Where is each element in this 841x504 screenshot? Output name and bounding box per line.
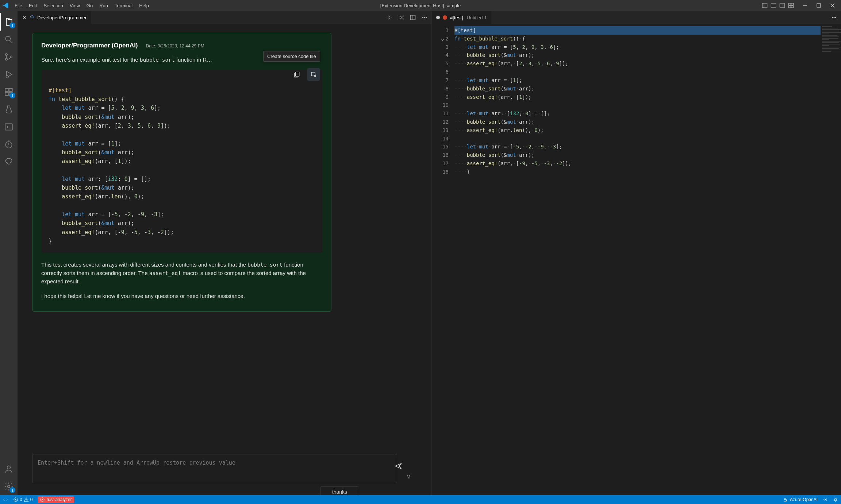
titlebar: FileEditSelectionViewGoRunTerminalHelp [… bbox=[0, 0, 841, 11]
tab-developer-programmer[interactable]: Developer/Programmer bbox=[18, 11, 91, 24]
panel-right-icon[interactable] bbox=[779, 2, 786, 9]
settings-badge: 1 bbox=[9, 487, 15, 493]
rust-analyzer-chip[interactable]: rust-analyzer bbox=[38, 496, 74, 503]
menu-go[interactable]: Go bbox=[84, 2, 96, 9]
code-editor[interactable]: #[test] fn·test_bubble_sort()·{ ····let·… bbox=[454, 24, 821, 495]
broadcast-icon[interactable] bbox=[823, 497, 828, 502]
left-tabs: Developer/Programmer bbox=[18, 11, 431, 24]
svg-rect-11 bbox=[817, 4, 821, 7]
activity-settings[interactable]: 1 bbox=[0, 478, 18, 495]
window-title: [Extension Development Host] sample bbox=[380, 3, 461, 8]
svg-point-28 bbox=[8, 485, 10, 488]
svg-point-42 bbox=[835, 17, 836, 18]
play-icon[interactable] bbox=[386, 14, 393, 21]
activitybar: 1 1 1 bbox=[0, 11, 18, 495]
svg-point-16 bbox=[5, 54, 7, 55]
editor-area[interactable]: 1⌄23456789101112131415161718 #[test] fn·… bbox=[432, 24, 841, 495]
split-editor-icon[interactable] bbox=[410, 14, 416, 21]
svg-rect-6 bbox=[788, 3, 791, 5]
chat-message: Developer/Programmer (OpenAI) Date: 3/26… bbox=[32, 33, 331, 312]
status-problems[interactable]: 0 0 bbox=[13, 497, 32, 502]
warning-icon bbox=[24, 497, 29, 502]
menu-view[interactable]: View bbox=[67, 2, 83, 9]
remote-icon[interactable] bbox=[3, 497, 8, 502]
vscode-logo-icon bbox=[2, 2, 9, 9]
shuffle-icon[interactable] bbox=[398, 14, 404, 21]
extensions-badge: 1 bbox=[9, 93, 15, 98]
maximize-icon[interactable] bbox=[816, 3, 821, 8]
tooltip-create-source: Create source code file bbox=[263, 51, 320, 62]
activity-openai[interactable] bbox=[0, 153, 18, 171]
x-circle-icon bbox=[40, 497, 45, 502]
menu-file[interactable]: File bbox=[12, 2, 25, 9]
svg-point-40 bbox=[832, 17, 833, 18]
chat-date: Date: 3/26/2023, 12:44:29 PM bbox=[146, 43, 204, 49]
activity-run[interactable] bbox=[0, 66, 18, 83]
more-icon[interactable] bbox=[831, 14, 837, 21]
create-file-button[interactable] bbox=[307, 68, 320, 81]
svg-rect-23 bbox=[5, 92, 8, 96]
menu-edit[interactable]: Edit bbox=[26, 2, 40, 9]
svg-point-35 bbox=[424, 17, 425, 18]
chat-view: Developer/Programmer (OpenAI) Date: 3/26… bbox=[18, 24, 431, 454]
layout-grid-icon[interactable] bbox=[788, 2, 794, 9]
svg-rect-7 bbox=[791, 3, 794, 5]
chat-input-wrap: M thanks bbox=[18, 454, 431, 495]
statusbar: 0 0 rust-analyzer Azure-OpenAI bbox=[0, 495, 841, 504]
svg-point-41 bbox=[834, 17, 834, 18]
activity-terminal[interactable] bbox=[0, 118, 18, 136]
float-thanks: thanks bbox=[320, 486, 359, 495]
svg-line-15 bbox=[10, 40, 12, 43]
svg-rect-4 bbox=[780, 3, 785, 8]
send-button[interactable] bbox=[394, 462, 402, 471]
status-azure-openai[interactable]: Azure-OpenAI bbox=[783, 497, 818, 502]
svg-rect-9 bbox=[791, 6, 794, 8]
panel-left-icon[interactable] bbox=[761, 2, 768, 9]
lock-icon bbox=[783, 497, 788, 502]
bell-icon[interactable] bbox=[833, 497, 838, 502]
svg-point-27 bbox=[7, 466, 11, 469]
svg-rect-0 bbox=[762, 3, 767, 8]
svg-point-14 bbox=[5, 36, 10, 41]
close-icon[interactable] bbox=[830, 3, 835, 8]
svg-point-17 bbox=[5, 58, 7, 60]
menubar: FileEditSelectionViewGoRunTerminalHelp bbox=[12, 2, 152, 9]
line-gutter: 1⌄23456789101112131415161718 bbox=[432, 24, 454, 495]
menu-run[interactable]: Run bbox=[96, 2, 111, 9]
minimap[interactable] bbox=[821, 24, 841, 495]
activity-search[interactable] bbox=[0, 31, 18, 48]
activity-scm[interactable] bbox=[0, 48, 18, 66]
tab-label: Developer/Programmer bbox=[37, 15, 87, 20]
svg-point-39 bbox=[443, 15, 447, 20]
svg-rect-8 bbox=[788, 6, 791, 8]
svg-point-36 bbox=[426, 17, 426, 18]
svg-rect-51 bbox=[784, 499, 786, 501]
chat-input[interactable] bbox=[32, 454, 397, 483]
explorer-badge: 1 bbox=[9, 23, 15, 28]
svg-rect-21 bbox=[5, 88, 8, 92]
chat-outro-1: This test creates several arrays with di… bbox=[41, 261, 322, 286]
activity-explorer[interactable]: 1 bbox=[0, 13, 18, 31]
svg-rect-22 bbox=[9, 88, 12, 92]
menu-terminal[interactable]: Terminal bbox=[112, 2, 135, 9]
minimize-icon[interactable] bbox=[802, 3, 807, 8]
more-icon[interactable] bbox=[421, 14, 428, 21]
openai-icon bbox=[29, 15, 35, 20]
code-block[interactable]: #[test] fn test_bubble_sort() { let mut … bbox=[41, 70, 322, 253]
error-icon bbox=[13, 497, 18, 502]
tab-untitled-test[interactable]: #[test] Untitled-1 bbox=[432, 11, 492, 24]
activity-timer[interactable] bbox=[0, 136, 18, 153]
copy-code-button[interactable] bbox=[290, 68, 303, 81]
menu-help[interactable]: Help bbox=[136, 2, 152, 9]
hint-m: M bbox=[407, 474, 410, 480]
activity-extensions[interactable]: 1 bbox=[0, 83, 18, 101]
tab-label: #[test] bbox=[450, 15, 463, 20]
activity-accounts[interactable] bbox=[0, 460, 18, 478]
menu-selection[interactable]: Selection bbox=[41, 2, 66, 9]
left-editor-group: Developer/Programmer Developer/Programme… bbox=[18, 11, 432, 495]
activity-testing[interactable] bbox=[0, 101, 18, 118]
svg-rect-2 bbox=[771, 3, 776, 8]
svg-point-52 bbox=[825, 499, 826, 500]
panel-bottom-icon[interactable] bbox=[770, 2, 777, 9]
tab-close-icon[interactable] bbox=[22, 15, 27, 20]
